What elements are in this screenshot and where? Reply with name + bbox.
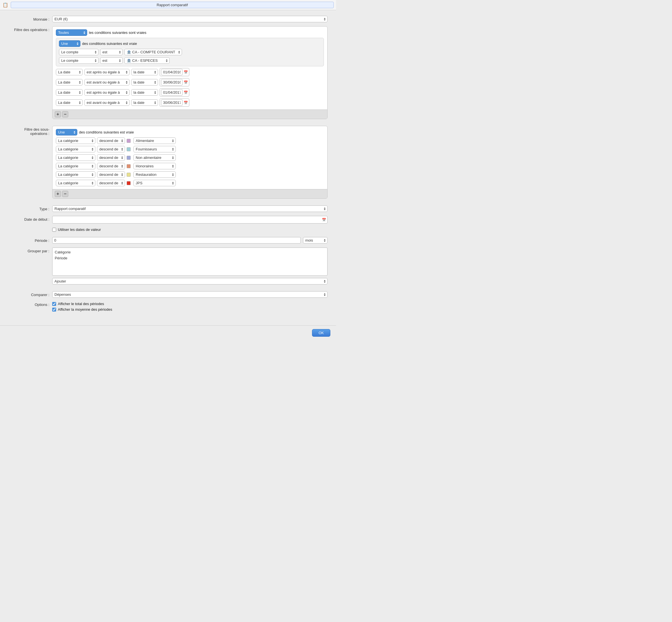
comparer-label: Comparer : (8, 291, 52, 297)
remove-filter-sous-op-button[interactable]: − (62, 191, 68, 197)
cat-value-3[interactable]: Honoraires (134, 163, 176, 169)
date-debut-row: Date de début : 📅 (8, 216, 327, 223)
options-label: Options : (8, 302, 52, 307)
main-content: Monnaie : EUR (€) Filtre des opérations … (0, 10, 336, 325)
calendar-icon-3[interactable]: 📅 (184, 101, 188, 105)
calendar-icon-2[interactable]: 📅 (184, 91, 188, 95)
cat-field-2[interactable]: La catégorie (56, 154, 95, 161)
show-average-checkbox[interactable] (52, 308, 56, 312)
calendar-icon-0[interactable]: 📅 (184, 70, 188, 74)
ajouter-select[interactable]: Ajouter (52, 278, 327, 284)
sous-op-condition-suffix: des conditions suivantes est vraie (79, 130, 134, 134)
cat-value-1[interactable]: Fournisseurs (134, 146, 176, 152)
account-value-0[interactable]: 🏦 CA - COMPTE COURANT (125, 49, 182, 55)
cat-op-1[interactable]: descend de (97, 146, 125, 152)
date-field-3[interactable]: La date (56, 99, 83, 106)
account-field-0[interactable]: Le compte (59, 49, 99, 55)
periode-input-row: mois mois semaines jours (52, 237, 327, 244)
account-value-1[interactable]: 🏦 CA - ESPECES (125, 57, 170, 64)
sub-condition-suffix: des conditions suivantes est vraie (82, 41, 137, 46)
utiliser-dates-row: Utiliser les dates de valeur (8, 228, 327, 233)
date-ref-3[interactable]: la date (131, 99, 158, 106)
grouper-item-1: Période (55, 255, 325, 261)
periode-unit-select[interactable]: mois mois semaines jours (303, 237, 327, 244)
cat-row-1: La catégorie descend de Fournisseurs (56, 146, 324, 152)
bottom-bar: OK (0, 325, 336, 340)
cat-field-3[interactable]: La catégorie (56, 163, 95, 169)
cat-field-1[interactable]: La catégorie (56, 146, 95, 152)
account-row-1: Le compte est 🏦 CA - ESPECES (59, 57, 321, 64)
add-filter-op-button[interactable]: + (55, 111, 61, 117)
date-input-wrap-0: 📅 (160, 68, 189, 76)
periode-label: Période : (8, 237, 52, 243)
filtre-sous-operations-bottom-bar: + − (52, 189, 327, 198)
account-op-0[interactable]: est (100, 49, 123, 55)
date-ref-2[interactable]: la date (131, 89, 158, 96)
cat-field-0[interactable]: La catégorie (56, 137, 95, 144)
show-average-label: Afficher la moyenne des périodes (58, 307, 112, 312)
filtre-operations-control: Toutes Toutes Au moins une Aucune les co… (52, 26, 327, 119)
add-filter-sous-op-button[interactable]: + (55, 191, 61, 197)
cat-row-2: La catégorie descend de Non alimentaire (56, 154, 324, 161)
date-field-1[interactable]: La date (56, 79, 83, 85)
cat-op-3[interactable]: descend de (97, 163, 125, 169)
date-condition-3[interactable]: est avant ou égale à (84, 99, 130, 106)
cat-value-2[interactable]: Non alimentaire (134, 154, 176, 161)
date-value-2[interactable] (161, 89, 182, 96)
cat-value-0[interactable]: Alimentaire (134, 137, 176, 144)
filtre-sous-operations-label: Filtre des sous-opérations : (8, 126, 52, 136)
cat-value-5[interactable]: JPS (134, 180, 176, 186)
monnaie-control: EUR (€) (52, 16, 327, 22)
account-op-1[interactable]: est (100, 57, 123, 64)
cat-swatch-4 (127, 173, 131, 177)
calendar-icon-1[interactable]: 📅 (184, 80, 188, 84)
utiliser-dates-checkbox[interactable] (52, 228, 56, 232)
date-ref-0[interactable]: la date (131, 69, 158, 75)
date-ref-1[interactable]: la date (131, 79, 158, 85)
remove-filter-op-button[interactable]: − (62, 111, 68, 117)
date-value-0[interactable] (161, 69, 182, 75)
date-debut-input[interactable] (54, 217, 321, 223)
date-row-1: La date est avant ou égale à la date 📅 (56, 78, 324, 87)
date-debut-label: Date de début : (8, 216, 52, 221)
date-value-3[interactable] (161, 99, 182, 106)
options-row: Options : Afficher le total des périodes… (8, 302, 327, 313)
cat-op-2[interactable]: descend de (97, 154, 125, 161)
filtre-sous-operations-inner: Une Toutes Aucune des conditions suivant… (52, 126, 327, 189)
date-field-2[interactable]: La date (56, 89, 83, 96)
sous-op-condition-select[interactable]: Une Toutes Aucune (56, 129, 77, 135)
monnaie-select-wrapper[interactable]: EUR (€) (52, 16, 327, 22)
grouper-par-control: Catégorie Période Ajouter (52, 247, 327, 284)
cat-op-5[interactable]: descend de (97, 180, 125, 186)
ajouter-wrap: Ajouter (52, 278, 327, 284)
filtre-operations-bottom-bar: + − (52, 109, 327, 119)
cat-field-5[interactable]: La catégorie (56, 180, 95, 186)
date-condition-0[interactable]: est après ou égale à (84, 69, 130, 75)
title-bar: 📋 Rapport comparatif (0, 0, 336, 10)
top-condition-suffix: les conditions suivantes sont vraies (89, 31, 146, 35)
comparer-select[interactable]: Dépenses Revenus Solde (52, 291, 327, 298)
comparer-row: Comparer : Dépenses Revenus Solde (8, 291, 327, 298)
top-condition-select[interactable]: Toutes Toutes Au moins une Aucune (56, 29, 87, 36)
date-value-1[interactable] (161, 79, 182, 85)
periode-input[interactable] (52, 237, 301, 244)
utiliser-dates-label: Utiliser les dates de valeur (58, 228, 101, 232)
comparer-control: Dépenses Revenus Solde (52, 291, 327, 298)
type-select-wrapper[interactable]: Rapport comparatif (52, 205, 327, 212)
date-condition-2[interactable]: est après ou égale à (84, 89, 130, 96)
cat-value-4[interactable]: Restauration (134, 171, 176, 178)
periode-row: Période : mois mois semaines jours (8, 237, 327, 244)
sub-condition-select[interactable]: Une Toutes Aucune (59, 40, 80, 47)
date-field-0[interactable]: La date (56, 69, 83, 75)
ok-button[interactable]: OK (312, 329, 330, 337)
cat-op-0[interactable]: descend de (97, 137, 125, 144)
cat-row-5: La catégorie descend de JPS (56, 180, 324, 186)
account-field-1[interactable]: Le compte (59, 57, 99, 64)
monnaie-select[interactable]: EUR (€) (52, 16, 327, 22)
show-total-checkbox[interactable] (52, 302, 56, 306)
date-debut-calendar-icon[interactable]: 📅 (322, 218, 326, 222)
cat-field-4[interactable]: La catégorie (56, 171, 95, 178)
date-condition-1[interactable]: est avant ou égale à (84, 79, 130, 85)
type-select[interactable]: Rapport comparatif (52, 205, 327, 212)
cat-op-4[interactable]: descend de (97, 171, 125, 178)
